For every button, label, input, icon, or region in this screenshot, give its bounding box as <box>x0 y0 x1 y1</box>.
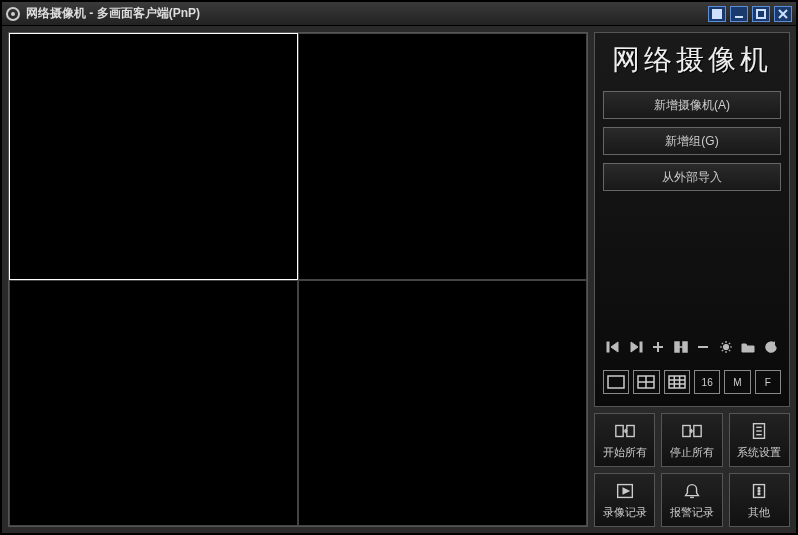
maximize-button[interactable] <box>752 6 770 22</box>
refresh-icon[interactable] <box>761 338 781 356</box>
svg-marker-8 <box>631 342 638 352</box>
svg-rect-1 <box>715 12 719 16</box>
svg-rect-6 <box>607 342 609 352</box>
system-settings-label: 系统设置 <box>737 445 781 460</box>
connect-icon[interactable] <box>671 338 691 356</box>
brand-title: 网络摄像机 <box>603 41 781 79</box>
app-icon <box>6 7 20 21</box>
video-cell-1[interactable] <box>9 33 298 280</box>
svg-rect-28 <box>683 425 690 436</box>
import-external-button[interactable]: 从外部导入 <box>603 163 781 191</box>
device-tree-empty <box>603 199 781 326</box>
svg-rect-17 <box>608 376 624 388</box>
svg-rect-3 <box>757 10 765 18</box>
svg-rect-26 <box>615 425 622 436</box>
remove-icon[interactable] <box>693 338 713 356</box>
stop-all-label: 停止所有 <box>670 445 714 460</box>
titlebar[interactable]: 网络摄像机 - 多画面客户端(PnP) <box>2 2 796 26</box>
start-all-label: 开始所有 <box>603 445 647 460</box>
record-log-button[interactable]: 录像记录 <box>594 473 655 527</box>
layout-4-button[interactable] <box>633 370 659 394</box>
svg-point-16 <box>723 345 728 350</box>
tray-button[interactable] <box>708 6 726 22</box>
svg-marker-7 <box>611 342 618 352</box>
minimize-button[interactable] <box>730 6 748 22</box>
toolbar <box>603 334 781 358</box>
layout-1-button[interactable] <box>603 370 629 394</box>
video-cell-3[interactable] <box>9 280 298 527</box>
other-label: 其他 <box>748 505 770 520</box>
alarm-log-button[interactable]: 报警记录 <box>661 473 722 527</box>
add-icon[interactable] <box>648 338 668 356</box>
app-body: 网络摄像机 新增摄像机(A) 新增组(G) 从外部导入 <box>2 26 796 533</box>
alarm-log-label: 报警记录 <box>670 505 714 520</box>
stop-all-button[interactable]: 停止所有 <box>661 413 722 467</box>
folder-icon[interactable] <box>738 338 758 356</box>
window-controls <box>708 6 792 22</box>
svg-rect-29 <box>694 425 701 436</box>
add-group-button[interactable]: 新增组(G) <box>603 127 781 155</box>
action-buttons: 开始所有 停止所有 系统设置 录像记录 报警记录 <box>594 413 790 527</box>
prev-icon[interactable] <box>603 338 623 356</box>
side-panel-top: 网络摄像机 新增摄像机(A) 新增组(G) 从外部导入 <box>594 32 790 407</box>
add-camera-button[interactable]: 新增摄像机(A) <box>603 91 781 119</box>
svg-point-38 <box>758 487 760 489</box>
app-window: 网络摄像机 - 多画面客户端(PnP) 网络摄像机 <box>0 0 798 535</box>
video-cell-2[interactable] <box>298 33 587 280</box>
layout-buttons: 16 M F <box>603 366 781 398</box>
other-button[interactable]: 其他 <box>729 473 790 527</box>
layout-m-button[interactable]: M <box>724 370 750 394</box>
start-all-button[interactable]: 开始所有 <box>594 413 655 467</box>
video-cell-4[interactable] <box>298 280 587 527</box>
svg-rect-27 <box>626 425 633 436</box>
svg-rect-13 <box>683 342 687 352</box>
record-log-label: 录像记录 <box>603 505 647 520</box>
side-panel: 网络摄像机 新增摄像机(A) 新增组(G) 从外部导入 <box>594 32 790 527</box>
svg-point-40 <box>758 492 760 494</box>
gear-icon[interactable] <box>716 338 736 356</box>
next-icon[interactable] <box>626 338 646 356</box>
svg-rect-9 <box>640 342 642 352</box>
layout-16-button[interactable]: 16 <box>694 370 720 394</box>
video-grid <box>8 32 588 527</box>
svg-rect-21 <box>669 376 685 388</box>
svg-point-39 <box>758 490 760 492</box>
svg-rect-12 <box>675 342 679 352</box>
svg-marker-35 <box>623 488 629 494</box>
system-settings-button[interactable]: 系统设置 <box>729 413 790 467</box>
close-button[interactable] <box>774 6 792 22</box>
layout-9-button[interactable] <box>664 370 690 394</box>
layout-f-button[interactable]: F <box>755 370 781 394</box>
window-title: 网络摄像机 - 多画面客户端(PnP) <box>26 5 708 22</box>
